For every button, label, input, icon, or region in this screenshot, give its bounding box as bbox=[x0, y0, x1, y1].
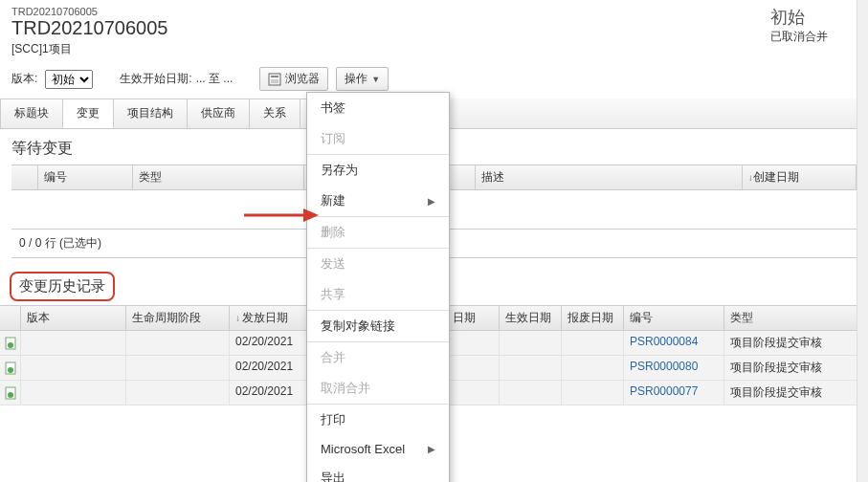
cell-type: 项目阶段提交审核 bbox=[724, 356, 868, 380]
browser-icon bbox=[268, 73, 281, 86]
header: TRD20210706005 TRD20210706005 [SCC]1项目 初… bbox=[0, 0, 868, 61]
doc-id-large: TRD20210706005 bbox=[11, 17, 167, 39]
sort-down-icon: ↓ bbox=[235, 313, 240, 323]
doc-id-small: TRD20210706005 bbox=[11, 6, 167, 17]
action-button[interactable]: 操作 ▼ bbox=[336, 67, 389, 91]
tab-1[interactable]: 变更 bbox=[62, 99, 114, 128]
history-col-release[interactable]: ↓发放日期 bbox=[230, 306, 308, 330]
svg-rect-1 bbox=[271, 76, 278, 77]
tab-0[interactable]: 标题块 bbox=[0, 99, 63, 128]
browser-button[interactable]: 浏览器 bbox=[259, 67, 328, 91]
history-col-version[interactable]: 版本 bbox=[21, 306, 126, 330]
eff-date-value: ... 至 ... bbox=[196, 71, 234, 87]
menu-item-0[interactable]: 书签 bbox=[307, 93, 449, 123]
action-dropdown: 书签订阅另存为新建▶删除发送共享复制对象链接合并取消合并打印Microsoft … bbox=[306, 92, 450, 482]
history-title-highlight: 变更历史记录 bbox=[10, 272, 115, 301]
version-label: 版本: bbox=[11, 71, 37, 87]
menu-item-9: 取消合并 bbox=[307, 373, 449, 404]
pending-col-type[interactable]: 类型 bbox=[133, 165, 304, 189]
cell-type: 项目阶段提交审核 bbox=[724, 331, 868, 355]
svg-marker-10 bbox=[303, 208, 319, 222]
svg-point-6 bbox=[8, 367, 13, 373]
doc-subtitle: [SCC]1项目 bbox=[11, 41, 167, 57]
menu-item-12[interactable]: 导出 bbox=[307, 463, 449, 482]
scrollbar-stub[interactable] bbox=[857, 0, 868, 482]
pending-col-code[interactable]: 编号 bbox=[38, 165, 133, 189]
history-col-checkbox[interactable] bbox=[0, 306, 21, 330]
document-icon bbox=[4, 362, 17, 375]
history-col-dep[interactable]: 报废日期 bbox=[562, 306, 624, 330]
menu-item-11[interactable]: Microsoft Excel▶ bbox=[307, 435, 449, 463]
history-col-lifecycle[interactable]: 生命周期阶段 bbox=[126, 306, 230, 330]
action-button-label: 操作 bbox=[345, 71, 367, 87]
svg-rect-2 bbox=[271, 79, 278, 83]
history-col-code[interactable]: 编号 bbox=[624, 306, 724, 330]
tab-2[interactable]: 项目结构 bbox=[113, 99, 188, 128]
svg-point-4 bbox=[8, 342, 13, 348]
menu-item-4: 删除 bbox=[307, 217, 449, 248]
document-icon bbox=[4, 337, 17, 350]
cell-code-link[interactable]: PSR0000080 bbox=[630, 360, 698, 373]
document-icon bbox=[4, 386, 17, 400]
caret-down-icon: ▼ bbox=[371, 75, 380, 84]
browser-button-label: 浏览器 bbox=[285, 71, 320, 87]
menu-item-5: 发送 bbox=[307, 249, 449, 279]
cell-code-link[interactable]: PSR0000084 bbox=[630, 335, 698, 348]
pending-col-checkbox[interactable] bbox=[11, 165, 38, 189]
pending-col-create[interactable]: ↓创建日期 bbox=[743, 165, 857, 189]
menu-item-10[interactable]: 打印 bbox=[307, 405, 449, 435]
history-col-type[interactable]: 类型 bbox=[724, 306, 868, 330]
menu-item-7[interactable]: 复制对象链接 bbox=[307, 311, 449, 341]
tab-3[interactable]: 供应商 bbox=[187, 99, 250, 128]
menu-item-3[interactable]: 新建▶ bbox=[307, 186, 449, 216]
cell-release-date: 02/20/2021 bbox=[230, 381, 308, 405]
menu-item-1: 订阅 bbox=[307, 123, 449, 154]
cell-code-link[interactable]: PSR0000077 bbox=[630, 384, 698, 398]
history-col-date[interactable]: 日期 bbox=[447, 306, 500, 330]
pending-col-desc[interactable]: 描述 bbox=[476, 165, 742, 189]
chevron-right-icon: ▶ bbox=[428, 196, 435, 207]
menu-item-2[interactable]: 另存为 bbox=[307, 155, 449, 186]
tab-4[interactable]: 关系 bbox=[249, 99, 300, 128]
status-label: 初始 bbox=[770, 6, 828, 29]
eff-date-label: 生效开始日期: bbox=[120, 71, 191, 87]
chevron-right-icon: ▶ bbox=[428, 444, 435, 454]
status-sub: 已取消合并 bbox=[770, 29, 828, 45]
annotation-arrow bbox=[244, 201, 321, 230]
cell-release-date: 02/20/2021 bbox=[230, 356, 308, 380]
cell-release-date: 02/20/2021 bbox=[230, 331, 308, 355]
menu-item-8: 合并 bbox=[307, 342, 449, 373]
history-col-eff[interactable]: 生效日期 bbox=[500, 306, 562, 330]
svg-point-8 bbox=[8, 392, 13, 398]
version-select[interactable]: 初始 bbox=[45, 70, 93, 89]
menu-item-6: 共享 bbox=[307, 279, 449, 310]
cell-type: 项目阶段提交审核 bbox=[724, 381, 868, 405]
